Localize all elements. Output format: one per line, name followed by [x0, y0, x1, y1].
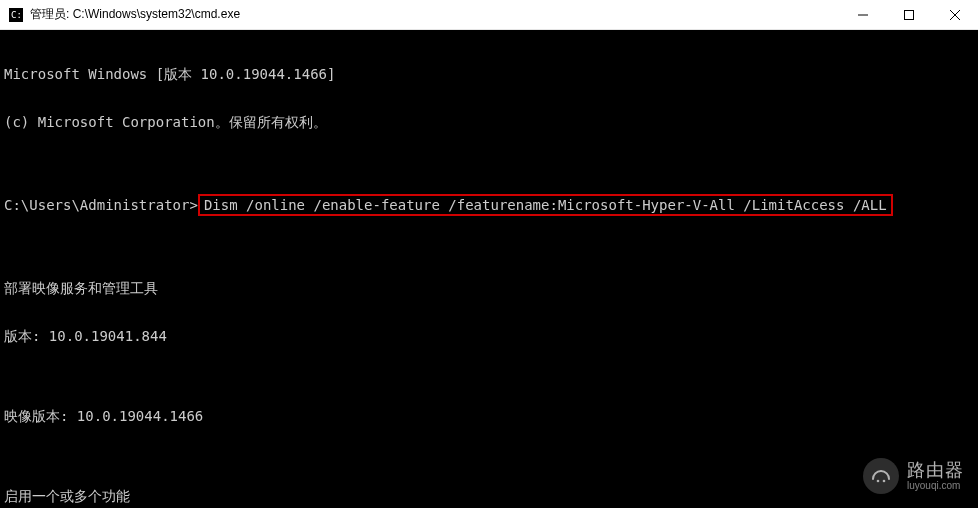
close-button[interactable]	[932, 0, 978, 30]
watermark-main: 路由器	[907, 461, 964, 481]
console-line: (c) Microsoft Corporation。保留所有权利。	[4, 114, 978, 130]
svg-point-7	[883, 480, 886, 483]
svg-text:C:: C:	[11, 10, 22, 20]
console-line: Microsoft Windows [版本 10.0.19044.1466]	[4, 66, 978, 82]
svg-rect-3	[905, 11, 914, 20]
minimize-button[interactable]	[840, 0, 886, 30]
cmd-icon: C:	[8, 7, 24, 23]
window-controls	[840, 0, 978, 30]
console-command-line: C:\Users\Administrator>Dism /online /ena…	[4, 194, 978, 216]
maximize-button[interactable]	[886, 0, 932, 30]
console-line: 映像版本: 10.0.19044.1466	[4, 408, 978, 424]
window-title: 管理员: C:\Windows\system32\cmd.exe	[30, 6, 240, 23]
titlebar[interactable]: C: 管理员: C:\Windows\system32\cmd.exe	[0, 0, 978, 30]
console-area[interactable]: Microsoft Windows [版本 10.0.19044.1466] (…	[0, 30, 978, 508]
highlighted-command: Dism /online /enable-feature /featurenam…	[198, 194, 893, 216]
watermark: 路由器 luyouqi.com	[863, 458, 964, 494]
watermark-sub: luyouqi.com	[907, 480, 964, 491]
console-line: 版本: 10.0.19041.844	[4, 328, 978, 344]
console-line: 启用一个或多个功能	[4, 488, 978, 504]
watermark-text: 路由器 luyouqi.com	[907, 461, 964, 492]
watermark-logo-icon	[863, 458, 899, 494]
svg-point-6	[877, 480, 880, 483]
cmd-window: C: 管理员: C:\Windows\system32\cmd.exe Micr…	[0, 0, 978, 508]
console-line: 部署映像服务和管理工具	[4, 280, 978, 296]
prompt-path: C:\Users\Administrator>	[4, 197, 198, 213]
